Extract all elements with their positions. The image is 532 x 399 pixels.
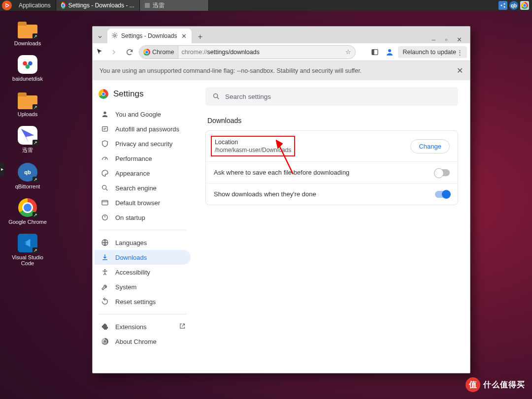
desktop-icon-label: Uploads (7, 111, 48, 117)
sidebar-item-label: Privacy and security (115, 140, 172, 148)
desktop-icon-baidunetdisk[interactable]: baidunetdisk (7, 55, 48, 82)
search-placeholder: Search settings (225, 93, 271, 100)
svg-point-3 (5, 6, 6, 7)
taskbar-item-xunlei[interactable]: 迅雷 (140, 0, 209, 11)
address-bar[interactable]: Chrome chrome:// settings/downloads ☆ (139, 45, 356, 59)
sidebar-item-privacy[interactable]: Privacy and security (95, 136, 191, 151)
window-minimize-button[interactable]: – (430, 36, 437, 43)
speedometer-icon (100, 154, 109, 162)
show-when-done-label: Show downloads when they're done (214, 190, 316, 198)
bookmark-star-icon[interactable]: ☆ (345, 48, 351, 56)
sidebar-item-autofill[interactable]: Autofill and passwords (95, 122, 191, 136)
warning-close-button[interactable]: ✕ (457, 66, 463, 75)
search-settings-input[interactable]: Search settings (205, 87, 458, 106)
browser-toolbar: Chrome chrome:// settings/downloads ☆ Re… (93, 43, 470, 61)
tray-qbittorrent-icon[interactable]: qb (509, 1, 518, 10)
sidebar-item-performance[interactable]: Performance (95, 151, 191, 166)
sidebar-item-downloads[interactable]: Downloads (95, 250, 191, 265)
sidebar-item-appearance[interactable]: Appearance (95, 166, 191, 181)
download-location-row: Location /home/kasm-user/Downloads Chang… (206, 131, 458, 161)
window-maximize-button[interactable]: ▫ (442, 36, 450, 43)
sidebar-item-default-browser[interactable]: Default browser (95, 195, 191, 210)
desktop-icon-vscode[interactable]: ↗ Visual Studio Code (7, 234, 48, 266)
desktop-icon-uploads[interactable]: ↗ Uploads (7, 91, 48, 117)
desktop-icon-qbittorrent[interactable]: qb ↗ qBittorrent (7, 163, 48, 189)
ask-where-toggle[interactable] (435, 169, 450, 176)
location-value: /home/kasm-user/Downloads (215, 147, 291, 153)
sidebar-item-accessibility[interactable]: Accessibility (95, 265, 191, 279)
reload-button[interactable] (123, 46, 136, 59)
sidebar-item-about[interactable]: About Chrome (95, 334, 191, 349)
panel-handle[interactable]: ▸ (0, 162, 4, 176)
omnibox-chip[interactable]: Chrome (139, 46, 178, 59)
sidebar-item-you-and-google[interactable]: You and Google (95, 107, 191, 122)
settings-main: Search settings Downloads Location /home… (194, 80, 470, 373)
xunlei-icon (145, 3, 150, 8)
side-panel-button[interactable] (368, 46, 381, 59)
sidebar-item-label: System (115, 283, 136, 291)
svg-rect-12 (372, 49, 374, 55)
url-prefix: chrome:// (178, 49, 207, 56)
desktop-icon-downloads[interactable]: ↗ Downloads (7, 20, 48, 46)
tab-settings-downloads[interactable]: Settings - Downloads ✕ (107, 29, 192, 43)
desktop-icon-xunlei[interactable]: ↗ 迅雷 (7, 126, 48, 154)
svg-point-16 (102, 185, 106, 189)
tab-search-button[interactable] (95, 31, 105, 43)
show-when-done-row[interactable]: Show downloads when they're done (206, 183, 458, 205)
baidunetdisk-icon (18, 55, 37, 74)
tray-app-icon[interactable] (499, 1, 507, 10)
section-title-downloads: Downloads (207, 117, 458, 124)
desktop-icon-chrome[interactable]: ↗ Google Chrome (7, 198, 48, 225)
location-label: Location (215, 139, 291, 146)
sidebar-item-extensions[interactable]: Extensions (95, 319, 191, 334)
applications-menu[interactable]: Applications (14, 0, 56, 11)
external-link-icon (179, 323, 186, 331)
cursor-icon (96, 48, 104, 57)
location-highlight-box: Location /home/kasm-user/Downloads (211, 136, 295, 156)
sidebar-item-label: Search engine (115, 184, 157, 192)
ask-where-row[interactable]: Ask where to save each file before downl… (206, 161, 458, 183)
sidebar-item-label: Accessibility (115, 269, 150, 276)
svg-rect-17 (102, 200, 108, 205)
new-tab-button[interactable]: + (194, 31, 206, 43)
sidebar-item-label: Performance (115, 155, 152, 162)
sidebar-item-system[interactable]: System (95, 279, 191, 294)
ask-where-label: Ask where to save each file before downl… (214, 169, 349, 176)
sidebar-item-languages[interactable]: Languages (95, 235, 191, 250)
system-tray: qb (499, 1, 532, 10)
extension-icon (100, 323, 109, 331)
sidebar-item-label: Extensions (115, 323, 147, 331)
profile-button[interactable] (384, 47, 395, 58)
desktop-icon-label: baidunetdisk (7, 76, 48, 82)
palette-icon (100, 169, 109, 177)
relaunch-to-update-button[interactable]: Relaunch to update (398, 46, 467, 58)
settings-title: Settings (113, 89, 143, 99)
desktop-icon-label: qBittorrent (7, 184, 48, 189)
window-close-button[interactable]: ✕ (455, 36, 463, 43)
sidebar-item-search-engine[interactable]: Search engine (95, 181, 191, 195)
sidebar-item-reset[interactable]: Reset settings (95, 294, 191, 309)
ubuntu-logo-icon[interactable] (2, 0, 12, 10)
forward-button[interactable] (107, 46, 120, 59)
gear-icon (111, 32, 118, 40)
shield-icon (100, 140, 109, 148)
warning-text: You are using an unsupported command-lin… (100, 67, 362, 74)
change-location-button[interactable]: Change (410, 139, 450, 153)
chrome-icon (61, 2, 66, 9)
svg-point-9 (26, 64, 30, 69)
search-icon (212, 92, 220, 100)
reset-icon (100, 298, 109, 306)
chrome-icon (100, 338, 109, 345)
show-when-done-toggle[interactable] (435, 191, 450, 198)
download-icon (100, 253, 109, 261)
sidebar-item-label: You and Google (115, 111, 161, 118)
svg-point-5 (504, 3, 505, 5)
tray-chrome-icon[interactable] (520, 1, 529, 10)
tab-close-button[interactable]: ✕ (180, 32, 188, 40)
taskbar-item-chrome-settings[interactable]: Settings - Downloads - ... (56, 0, 140, 11)
svg-point-21 (214, 94, 218, 98)
svg-point-0 (6, 4, 8, 7)
sidebar-item-label: Autofill and passwords (115, 125, 179, 133)
tab-title: Settings - Downloads (121, 32, 177, 39)
sidebar-item-on-startup[interactable]: On startup (95, 210, 191, 225)
